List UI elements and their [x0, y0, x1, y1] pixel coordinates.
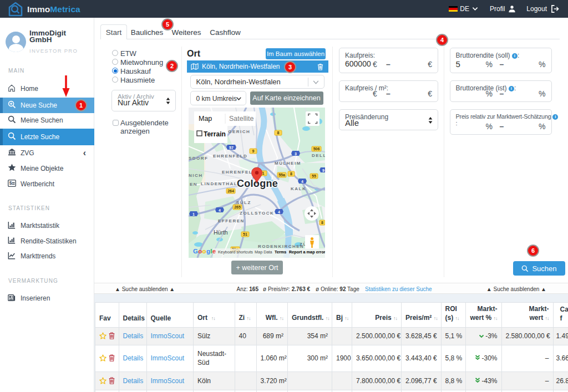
svg-text:265: 265 — [234, 205, 241, 209]
svg-text:Hürth: Hürth — [214, 229, 228, 236]
svg-text:SDORF: SDORF — [189, 156, 209, 161]
svg-text:51: 51 — [243, 232, 247, 236]
svg-text:Terrain: Terrain — [204, 130, 226, 138]
svg-text:RODENKIRCHEN: RODENKIRCHEN — [258, 244, 304, 249]
svg-text:Map: Map — [199, 115, 212, 123]
svg-text:8: 8 — [277, 131, 280, 135]
svg-text:Satellite: Satellite — [229, 115, 254, 123]
svg-text:NGERICH: NGERICH — [224, 129, 250, 134]
svg-text:LINDENTHAL: LINDENTHAL — [201, 181, 237, 186]
svg-text:8: 8 — [290, 172, 292, 176]
svg-text:4: 4 — [278, 210, 280, 214]
svg-text:1: 1 — [192, 212, 195, 216]
svg-text:MÜLHEIM: MÜLHEIM — [275, 161, 301, 166]
svg-text:Google: Google — [193, 248, 216, 254]
svg-text:9: 9 — [322, 169, 324, 172]
svg-text:NICH: NICH — [189, 173, 203, 178]
svg-text:Map Data: Map Data — [255, 250, 273, 254]
svg-text:KALK: KALK — [291, 186, 306, 191]
svg-text:264: 264 — [227, 189, 234, 193]
svg-text:9: 9 — [252, 149, 255, 153]
svg-text:55a: 55a — [278, 173, 285, 177]
svg-text:506: 506 — [313, 147, 320, 151]
svg-text:4: 4 — [219, 208, 221, 212]
svg-text:4: 4 — [301, 180, 303, 184]
svg-text:Report a map error: Report a map error — [289, 250, 325, 254]
svg-text:3: 3 — [295, 152, 297, 156]
svg-text:$: $ — [9, 180, 12, 186]
svg-text:8: 8 — [321, 221, 323, 225]
svg-text:EHRENFELD: EHRENFELD — [222, 170, 256, 175]
svg-text:EN: EN — [190, 182, 197, 187]
svg-text:EFFEREN: EFFEREN — [218, 218, 245, 223]
svg-text:DELLB: DELLB — [312, 153, 325, 158]
svg-text:Terms: Terms — [275, 250, 286, 254]
svg-text:ZOLLSTOCK: ZOLLSTOCK — [240, 211, 274, 216]
svg-text:Keyboard shortcuts: Keyboard shortcuts — [218, 250, 253, 254]
svg-text:57: 57 — [229, 146, 234, 150]
svg-text:EHRENFELD: EHRENFELD — [213, 154, 247, 159]
svg-text:1: 1 — [262, 171, 265, 175]
svg-text:55: 55 — [312, 174, 316, 178]
